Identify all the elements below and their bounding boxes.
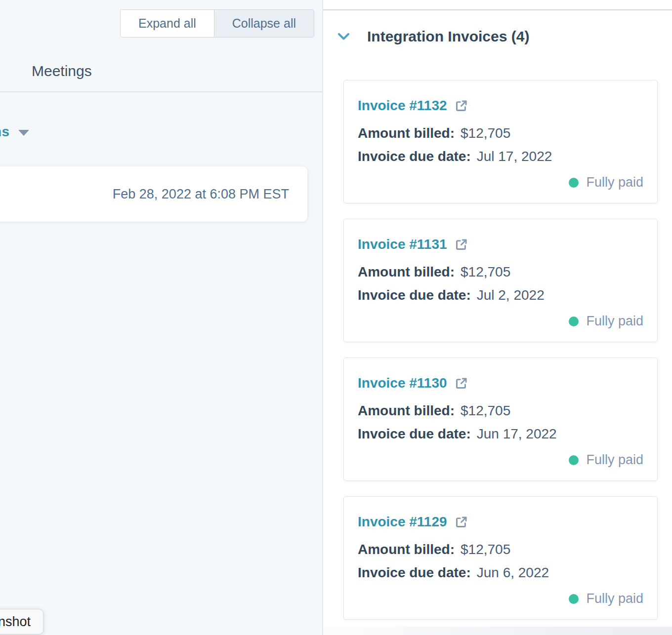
screenshot-tooltip[interactable]: nshot [0,609,43,635]
invoice-link-label: Invoice #1129 [358,514,447,530]
due-date-label: Invoice due date: [358,287,471,303]
invoice-link[interactable]: Invoice #1130 [358,375,468,392]
status-row: Fully paid [358,314,643,329]
invoice-card: Invoice #1131 Amount billed:$12,705 Invo… [343,219,658,342]
invoice-link[interactable]: Invoice #1131 [358,236,468,253]
status-row: Fully paid [358,175,643,190]
right-panel: Integration Invoices (4) Invoice #1132 A… [322,0,672,635]
status-row: Fully paid [358,591,643,606]
status-label: Fully paid [586,591,643,606]
expand-all-button[interactable]: Expand all [121,10,214,37]
tabs-divider [0,91,322,92]
activity-filter-label: ns [0,124,10,140]
invoice-card: Invoice #1130 Amount billed:$12,705 Invo… [343,357,658,481]
collapse-all-button[interactable]: Collapse all [214,10,314,37]
tab-meetings[interactable]: Meetings [32,63,92,79]
due-date-value: Jul 17, 2022 [477,149,552,164]
due-date-label: Invoice due date: [358,565,471,580]
amount-billed-row: Amount billed:$12,705 [358,264,643,280]
invoice-link-label: Invoice #1131 [358,236,447,253]
panel-bottom-strip [323,627,672,635]
amount-billed-row: Amount billed:$12,705 [358,541,643,558]
expand-collapse-group: Expand all Collapse all [120,9,314,38]
status-label: Fully paid [586,452,643,468]
amount-billed-row: Amount billed:$12,705 [358,402,643,419]
due-date-label: Invoice due date: [358,426,471,441]
amount-billed-label: Amount billed: [358,403,455,418]
section-header: Integration Invoices (4) [337,28,529,45]
external-link-icon [455,99,468,113]
due-date-value: Jun 6, 2022 [477,565,549,580]
amount-billed-row: Amount billed:$12,705 [358,125,643,142]
status-label: Fully paid [586,175,643,190]
status-dot-icon [569,594,579,604]
meeting-timestamp: Feb 28, 2022 at 6:08 PM EST [113,187,289,202]
amount-billed-value: $12,705 [461,125,510,141]
section-title: Integration Invoices (4) [367,28,529,45]
invoice-card: Invoice #1132 Amount billed:$12,705 Invo… [343,80,658,203]
invoice-card: Invoice #1129 Amount billed:$12,705 Invo… [343,496,658,620]
external-link-icon [455,238,468,251]
amount-billed-label: Amount billed: [358,125,455,141]
meeting-card: Feb 28, 2022 at 6:08 PM EST [0,166,307,222]
invoice-link-label: Invoice #1130 [358,375,447,392]
amount-billed-label: Amount billed: [358,542,455,557]
invoice-link[interactable]: Invoice #1129 [358,514,468,530]
status-dot-icon [569,455,579,465]
status-row: Fully paid [358,452,643,468]
due-date-row: Invoice due date:Jun 6, 2022 [358,564,643,581]
amount-billed-label: Amount billed: [358,264,455,279]
due-date-value: Jul 2, 2022 [477,287,545,303]
status-dot-icon [569,317,579,326]
caret-down-icon [18,130,29,136]
amount-billed-value: $12,705 [461,403,510,418]
due-date-value: Jun 17, 2022 [477,426,557,441]
invoice-card-list: Invoice #1132 Amount billed:$12,705 Invo… [343,80,658,620]
chevron-down-icon[interactable] [337,33,350,40]
panel-divider [323,9,672,10]
activity-filter-dropdown[interactable]: ns [0,124,29,140]
status-dot-icon [569,178,579,188]
invoice-link[interactable]: Invoice #1132 [358,97,468,114]
due-date-row: Invoice due date:Jul 17, 2022 [358,148,643,165]
invoice-link-label: Invoice #1132 [358,97,447,114]
status-label: Fully paid [586,314,643,329]
amount-billed-value: $12,705 [461,264,510,279]
due-date-row: Invoice due date:Jul 2, 2022 [358,287,643,304]
external-link-icon [455,377,468,390]
external-link-icon [455,516,468,529]
due-date-row: Invoice due date:Jun 17, 2022 [358,426,643,442]
due-date-label: Invoice due date: [358,149,471,164]
amount-billed-value: $12,705 [461,542,510,557]
